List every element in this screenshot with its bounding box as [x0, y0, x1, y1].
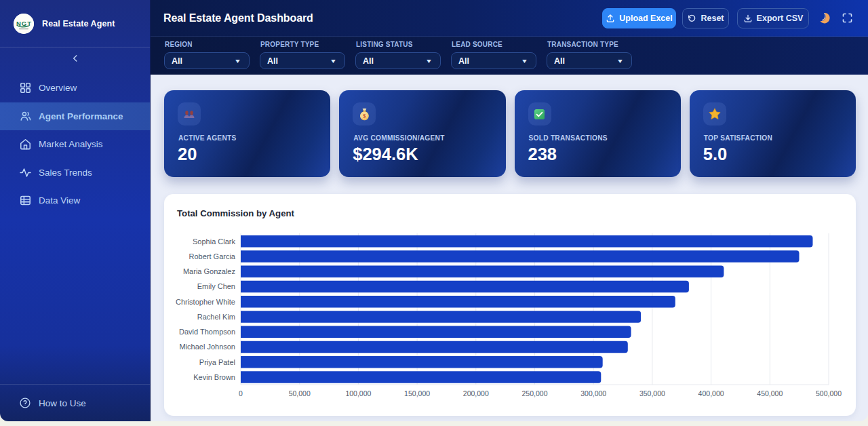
svg-text:Robert Garcia: Robert Garcia — [189, 252, 236, 260]
svg-text:Christopher White: Christopher White — [176, 298, 235, 306]
svg-text:Maria Gonzalez: Maria Gonzalez — [183, 267, 235, 275]
svg-text:Rachel Kim: Rachel Kim — [197, 313, 235, 321]
svg-text:0: 0 — [239, 389, 243, 398]
svg-text:400,000: 400,000 — [698, 389, 724, 398]
svg-text:300,000: 300,000 — [580, 389, 606, 398]
svg-text:Michael Johnson: Michael Johnson — [179, 343, 235, 351]
svg-text:David Thompson: David Thompson — [179, 328, 235, 336]
svg-text:Priya Patel: Priya Patel — [199, 358, 235, 366]
svg-text:150,000: 150,000 — [404, 389, 430, 398]
svg-text:500,000: 500,000 — [816, 389, 842, 398]
svg-text:200,000: 200,000 — [463, 389, 489, 398]
svg-text:$: $ — [363, 112, 366, 119]
svg-text:Emily Chen: Emily Chen — [197, 282, 235, 290]
svg-text:450,000: 450,000 — [757, 389, 783, 398]
svg-text:50,000: 50,000 — [289, 389, 311, 398]
svg-text:350,000: 350,000 — [639, 389, 665, 398]
svg-text:100,000: 100,000 — [345, 389, 371, 398]
svg-text:Kevin Brown: Kevin Brown — [193, 373, 235, 381]
svg-text:Sophia Clark: Sophia Clark — [193, 237, 235, 246]
svg-text:250,000: 250,000 — [522, 389, 548, 398]
